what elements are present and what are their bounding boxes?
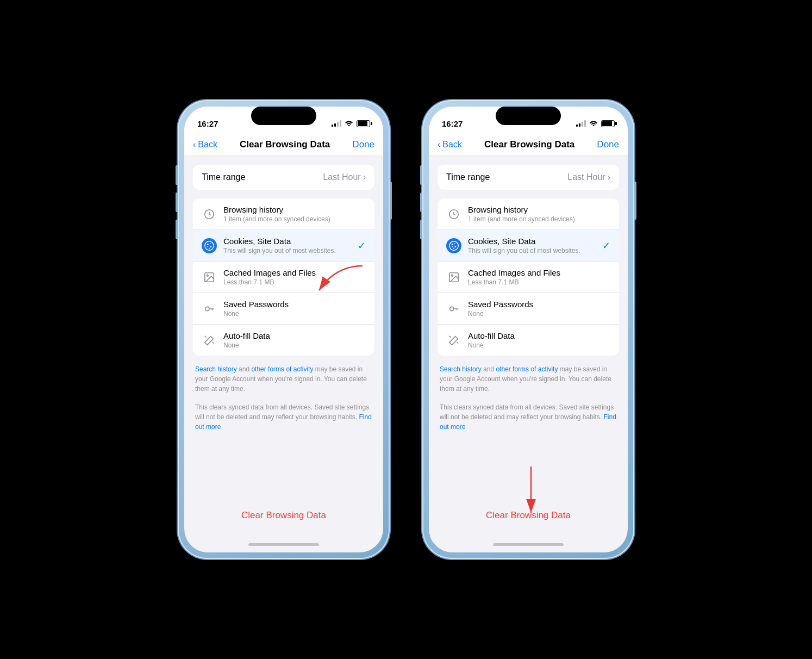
svg-point-1: [205, 241, 214, 250]
svg-point-19: [451, 275, 453, 276]
svg-point-5: [207, 246, 208, 247]
nav-bar-right: ‹ Back Clear Browsing Data Done: [429, 134, 628, 156]
saved-passwords-item-left[interactable]: Saved Passwords None: [193, 293, 374, 325]
svg-point-14: [454, 243, 455, 244]
svg-point-12: [449, 241, 459, 250]
signal-icon-left: [332, 120, 341, 127]
back-button-right[interactable]: ‹ Back: [438, 140, 462, 150]
time-range-value-right: Last Hour ›: [567, 172, 610, 182]
browsing-history-text-left: Browsing history 1 item (and more on syn…: [223, 205, 366, 223]
time-range-label-right: Time range: [446, 172, 490, 182]
chevron-right-icon-time-right: ›: [608, 172, 610, 182]
clear-button-right[interactable]: Clear Browsing Data: [446, 503, 610, 527]
browsing-history-item-left[interactable]: Browsing history 1 item (and more on syn…: [193, 198, 374, 230]
autofill-title-left: Auto-fill Data: [223, 331, 366, 340]
home-bar-right: [493, 543, 564, 546]
autofill-subtitle-left: None: [223, 341, 366, 349]
key-icon-left: [202, 301, 217, 316]
clear-button-left[interactable]: Clear Browsing Data: [202, 503, 366, 527]
items-card-right: Browsing history 1 item (and more on syn…: [438, 198, 619, 356]
cached-images-title-right: Cached Images and Files: [468, 268, 610, 277]
battery-icon-left: [357, 120, 370, 127]
saved-passwords-text-right: Saved Passwords None: [468, 300, 610, 318]
phone-left: 16:27 ‹ Back: [178, 100, 390, 559]
svg-point-9: [205, 307, 209, 310]
back-label-right[interactable]: Back: [442, 140, 462, 150]
wand-icon-right: [446, 333, 461, 348]
cached-images-item-left[interactable]: Cached Images and Files Less than 7.1 MB: [193, 262, 374, 293]
search-history-link-right[interactable]: Search history: [440, 365, 482, 373]
svg-point-17: [453, 247, 454, 248]
info-section-1-left: Search history and other forms of activi…: [193, 364, 374, 394]
phone-frame-right: 16:27 ‹ Back: [422, 100, 634, 559]
other-forms-link-right[interactable]: other forms of activity: [496, 365, 558, 373]
nav-title-left: Clear Browsing Data: [240, 139, 330, 150]
cached-images-item-right[interactable]: Cached Images and Files Less than 7.1 MB: [438, 262, 619, 293]
cookies-subtitle-right: This will sign you out of most websites.: [468, 247, 596, 254]
home-indicator-right: [429, 536, 628, 552]
status-icons-right: [576, 120, 615, 128]
wifi-icon-right: [589, 120, 598, 128]
cookies-subtitle-left: This will sign you out of most websites.: [223, 247, 351, 254]
svg-point-8: [207, 275, 208, 276]
cached-images-text-right: Cached Images and Files Less than 7.1 MB: [468, 268, 610, 286]
time-range-val-right: Last Hour: [567, 172, 605, 182]
time-range-card-left[interactable]: Time range Last Hour ›: [193, 165, 374, 190]
browsing-history-title-left: Browsing history: [223, 205, 366, 214]
saved-passwords-text-left: Saved Passwords None: [223, 300, 366, 318]
battery-icon-right: [601, 120, 615, 127]
browsing-history-item-right[interactable]: Browsing history 1 item (and more on syn…: [438, 198, 619, 230]
notch-right: [496, 107, 561, 125]
done-button-left[interactable]: Done: [352, 139, 374, 150]
svg-point-20: [450, 307, 454, 310]
svg-point-4: [210, 246, 211, 247]
cookies-item-left[interactable]: Cookies, Site Data This will sign you ou…: [193, 230, 374, 262]
status-icons-left: [332, 120, 370, 128]
other-forms-link-left[interactable]: other forms of activity: [251, 365, 313, 373]
svg-point-2: [207, 243, 209, 245]
notch-left: [251, 107, 316, 125]
cookies-title-right: Cookies, Site Data: [468, 237, 596, 246]
clock-icon-left: [202, 207, 217, 222]
cookies-title-left: Cookies, Site Data: [223, 237, 351, 246]
cookies-text-right: Cookies, Site Data This will sign you ou…: [468, 237, 596, 254]
autofill-subtitle-right: None: [468, 341, 610, 349]
nav-bar-left: ‹ Back Clear Browsing Data Done: [184, 134, 383, 156]
cookie-icon-left: [202, 238, 217, 253]
time-range-value-left: Last Hour ›: [323, 172, 366, 182]
autofill-item-left[interactable]: Auto-fill Data None: [193, 325, 374, 356]
autofill-text-right: Auto-fill Data None: [468, 331, 610, 349]
cached-images-subtitle-left: Less than 7.1 MB: [223, 278, 366, 286]
phone-screen-right: 16:27 ‹ Back: [429, 107, 628, 552]
info-section-2-left: This clears synced data from all devices…: [193, 402, 374, 432]
key-icon-right: [446, 301, 461, 316]
chevron-right-icon-time-left: ›: [363, 172, 366, 182]
items-card-left: Browsing history 1 item (and more on syn…: [193, 198, 374, 356]
saved-passwords-subtitle-right: None: [468, 310, 610, 318]
phone-right: 16:27 ‹ Back: [422, 100, 634, 559]
svg-point-15: [454, 246, 456, 247]
image-icon-left: [202, 270, 217, 285]
cookies-item-right[interactable]: Cookies, Site Data This will sign you ou…: [438, 230, 619, 262]
back-label-left[interactable]: Back: [198, 140, 217, 150]
autofill-item-right[interactable]: Auto-fill Data None: [438, 325, 619, 356]
wifi-icon-left: [345, 120, 353, 128]
browsing-history-subtitle-right: 1 item (and more on synced devices): [468, 215, 610, 223]
saved-passwords-subtitle-left: None: [223, 310, 366, 318]
check-icon-left: ✓: [358, 240, 366, 252]
home-bar-left: [248, 543, 319, 546]
back-button-left[interactable]: ‹ Back: [193, 140, 217, 150]
cached-images-text-left: Cached Images and Files Less than 7.1 MB: [223, 268, 366, 286]
search-history-link-left[interactable]: Search history: [195, 365, 237, 373]
time-range-card-right[interactable]: Time range Last Hour ›: [438, 165, 619, 190]
saved-passwords-item-right[interactable]: Saved Passwords None: [438, 293, 619, 325]
time-range-val-left: Last Hour: [323, 172, 360, 182]
svg-point-3: [210, 243, 211, 244]
info-section-2-right: This clears synced data from all devices…: [438, 402, 619, 432]
chevron-left-icon-left: ‹: [193, 140, 196, 150]
done-button-right[interactable]: Done: [597, 139, 619, 150]
image-icon-right: [446, 270, 461, 285]
saved-passwords-title-right: Saved Passwords: [468, 300, 610, 309]
cached-images-title-left: Cached Images and Files: [223, 268, 366, 277]
cookie-icon-right: [446, 238, 461, 253]
